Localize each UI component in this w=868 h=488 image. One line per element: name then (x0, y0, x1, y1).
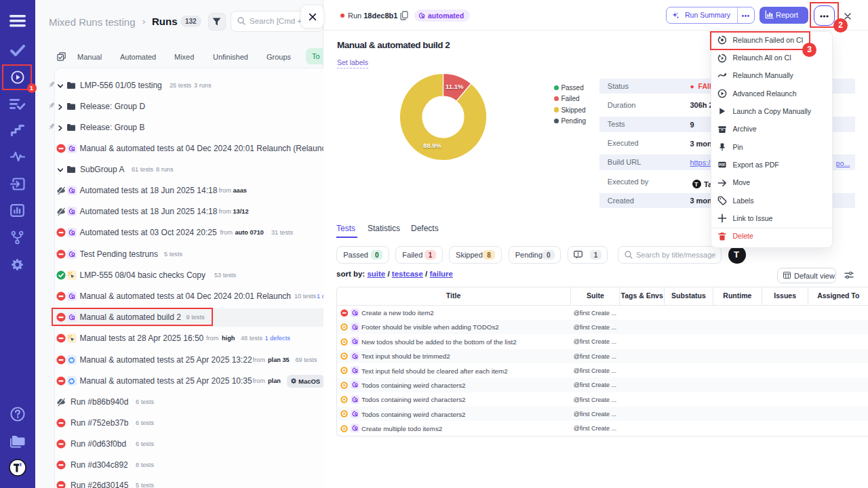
svg-text:PDF: PDF (719, 164, 725, 167)
